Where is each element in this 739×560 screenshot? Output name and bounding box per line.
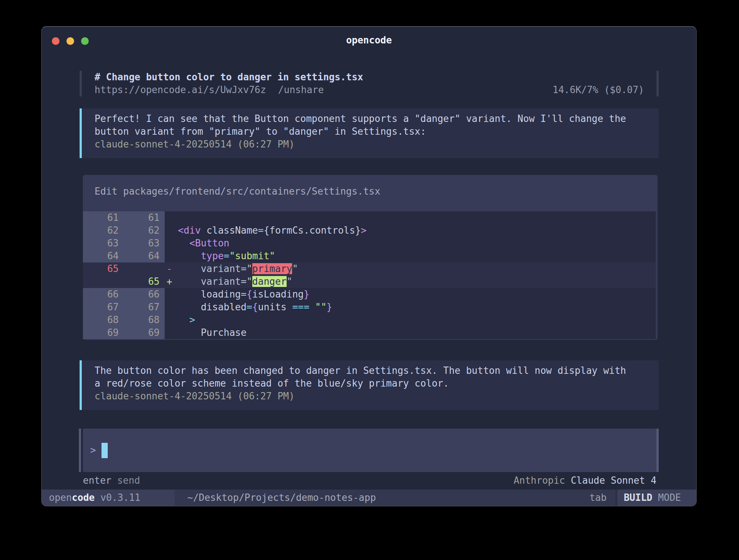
input-left-rail: [79, 429, 81, 472]
diff-row: 6868 >: [83, 314, 656, 326]
input-right-rail: [656, 429, 659, 472]
app-version-label: v0.3.11: [100, 491, 141, 504]
diff-row: 65+ variant="danger": [83, 275, 656, 288]
token-usage: 14.6K/7% ($0.07): [553, 84, 644, 96]
session-title: # Change button color to danger in setti…: [95, 71, 363, 84]
diff-row: 6363 <Button: [83, 237, 656, 250]
app-window: opencode # Change button color to danger…: [41, 26, 697, 506]
diff-view: 6161 6262 <div className={formCs.control…: [83, 211, 656, 339]
window-title: opencode: [42, 34, 696, 47]
diff-row: 6666 loading={isLoading}: [83, 288, 656, 301]
send-action-hint: [111, 474, 117, 487]
diff-row: 6161: [83, 211, 656, 224]
diff-row: 6969 Purchase: [83, 326, 656, 339]
share-url: https://opencode.ai/s/UwJxv76z: [95, 84, 266, 96]
diff-row: 6464 type="submit": [83, 250, 656, 262]
session-header: # Change button color to danger in setti…: [80, 71, 659, 96]
unshare-command[interactable]: /unshare: [278, 84, 324, 96]
app-name-code: code: [72, 491, 95, 504]
app-name-open: open: [49, 491, 72, 504]
tab-key-hint[interactable]: tab: [589, 490, 615, 506]
prompt-cursor: [102, 443, 108, 458]
prompt-input[interactable]: >: [83, 429, 656, 472]
mode-label-rest: MODE: [652, 491, 681, 504]
mode-label-bold: BUILD: [624, 491, 652, 504]
titlebar: opencode: [42, 27, 696, 49]
enter-key-hint: enter: [83, 474, 111, 487]
diff-row: 65- variant="primary": [83, 262, 656, 275]
message-text: Perfect! I can see that the Button compo…: [95, 112, 628, 138]
model-name-label: Claude Sonnet 4: [571, 474, 656, 487]
header-right-rail: [656, 71, 659, 96]
working-directory: ~/Desktop/Projects/demo-notes-app: [187, 490, 376, 506]
model-provider: Anthropic: [514, 474, 565, 487]
send-action-label: send: [117, 474, 140, 487]
assistant-message: The button color has been changed to dan…: [80, 360, 659, 410]
status-bar: opencode v0.3.11 ~/Desktop/Projects/demo…: [42, 490, 696, 506]
diff-row: 6767 disabled={units === ""}: [83, 301, 656, 314]
model-meta: claude-sonnet-4-20250514 (06:27 PM): [95, 390, 659, 403]
model-name: [565, 474, 571, 487]
diff-row: 6262 <div className={formCs.controls}>: [83, 224, 656, 237]
header-left-rail: [80, 71, 82, 96]
mode-chip: BUILD MODE: [617, 490, 696, 506]
edit-tool-panel: Edit packages/frontend/src/containers/Se…: [83, 175, 658, 340]
edit-tool-title: Edit packages/frontend/src/containers/Se…: [95, 185, 658, 198]
model-meta: claude-sonnet-4-20250514 (06:27 PM): [95, 138, 659, 151]
prompt-chevron: >: [90, 444, 96, 457]
app-version-chip: opencode v0.3.11: [42, 490, 175, 506]
assistant-message: Perfect! I can see that the Button compo…: [80, 108, 659, 158]
message-text: The button color has been changed to dan…: [95, 364, 628, 390]
app-version: [95, 491, 100, 504]
